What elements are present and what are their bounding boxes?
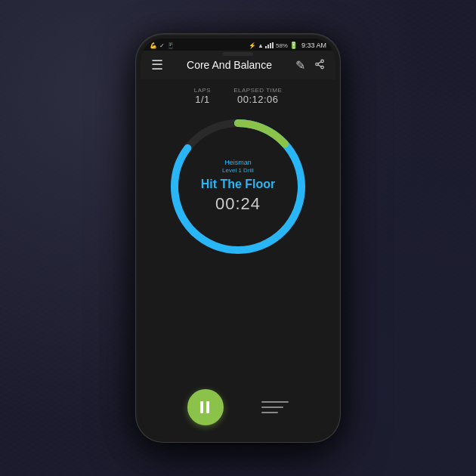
laps-stat: Laps 1/1 <box>194 87 211 105</box>
phone-case: 💪 ✓ 📱 ⚡ ▲ 58% 🔋 9:33 AM <box>136 34 340 442</box>
status-icons-right: ⚡ ▲ 58% 🔋 9:33 AM <box>249 42 326 49</box>
phone-status-icon: 📱 <box>167 42 175 49</box>
status-bar: 💪 ✓ 📱 ⚡ ▲ 58% 🔋 9:33 AM <box>141 39 335 51</box>
signal-bars <box>265 42 274 48</box>
elapsed-label: Elapsed Time <box>233 87 282 94</box>
stats-row: Laps 1/1 Elapsed Time 00:12:06 <box>141 79 335 109</box>
bottom-controls <box>172 377 304 437</box>
bluetooth-icon: ⚡ <box>249 42 256 49</box>
exercise-timer: 00:24 <box>185 195 291 215</box>
pause-button[interactable] <box>187 389 224 425</box>
laps-value: 1/1 <box>195 94 210 105</box>
list-line-3 <box>261 412 278 413</box>
phone-device: 💪 ✓ 📱 ⚡ ▲ 58% 🔋 9:33 AM <box>136 34 340 442</box>
drill-label: Heisman <box>185 159 291 166</box>
exercise-name: Hit The Floor <box>185 177 291 191</box>
battery-icon: 🔋 <box>289 42 298 49</box>
pause-bar-right <box>206 401 209 413</box>
list-button[interactable] <box>261 394 289 421</box>
phone-screen: 💪 ✓ 📱 ⚡ ▲ 58% 🔋 9:33 AM <box>141 39 335 437</box>
toolbar-left[interactable]: ☰ <box>151 57 163 73</box>
list-line-1 <box>261 401 289 403</box>
laps-label: Laps <box>194 87 211 94</box>
circle-content: Heisman Level 1 Drill Hit The Floor 00:2… <box>185 159 291 214</box>
pause-bar-left <box>200 401 203 413</box>
svg-line-4 <box>318 61 321 63</box>
check-icon: ✓ <box>159 42 165 49</box>
elapsed-stat: Elapsed Time 00:12:06 <box>233 87 282 105</box>
phone-speaker <box>223 52 253 56</box>
menu-icon[interactable]: ☰ <box>151 57 163 73</box>
wifi-icon: ▲ <box>258 42 264 49</box>
edit-icon[interactable]: ✎ <box>295 58 305 73</box>
circle-timer: Heisman Level 1 Drill Hit The Floor 00:2… <box>166 115 310 258</box>
status-time: 9:33 AM <box>301 42 326 49</box>
svg-line-3 <box>318 64 321 66</box>
status-icons-left: 💪 ✓ 📱 <box>150 42 175 49</box>
muscle-icon: 💪 <box>150 42 157 49</box>
elapsed-value: 00:12:06 <box>237 94 279 105</box>
app-content: Laps 1/1 Elapsed Time 00:12:06 <box>141 79 335 437</box>
toolbar-right: ✎ <box>295 58 325 73</box>
share-icon[interactable] <box>314 59 325 72</box>
drill-sublabel: Level 1 Drill <box>185 167 291 174</box>
pause-icon <box>200 400 211 414</box>
battery-percentage: 58% <box>276 42 288 49</box>
list-line-2 <box>261 406 283 408</box>
toolbar-title: Core And Balance <box>163 59 295 71</box>
